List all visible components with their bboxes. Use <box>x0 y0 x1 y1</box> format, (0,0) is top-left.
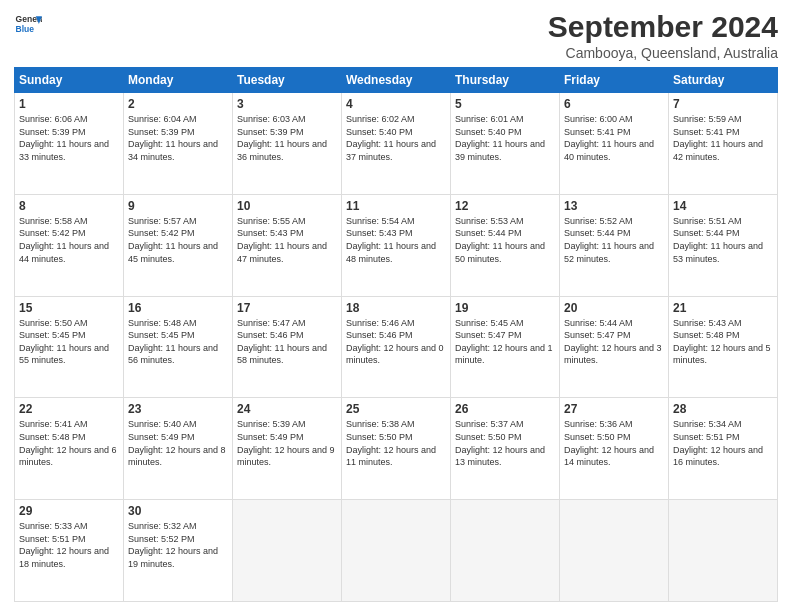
table-row: 18Sunrise: 5:46 AMSunset: 5:46 PMDayligh… <box>342 296 451 398</box>
table-row: 12Sunrise: 5:53 AMSunset: 5:44 PMDayligh… <box>451 194 560 296</box>
table-row: 7Sunrise: 5:59 AMSunset: 5:41 PMDaylight… <box>669 93 778 195</box>
table-row: 2Sunrise: 6:04 AMSunset: 5:39 PMDaylight… <box>124 93 233 195</box>
title-block: September 2024 Cambooya, Queensland, Aus… <box>548 10 778 61</box>
col-monday: Monday <box>124 68 233 93</box>
table-row: 23Sunrise: 5:40 AMSunset: 5:49 PMDayligh… <box>124 398 233 500</box>
table-row: 29Sunrise: 5:33 AMSunset: 5:51 PMDayligh… <box>15 500 124 602</box>
table-row: 17Sunrise: 5:47 AMSunset: 5:46 PMDayligh… <box>233 296 342 398</box>
logo-icon: General Blue <box>14 10 42 38</box>
table-row <box>669 500 778 602</box>
calendar-week-3: 22Sunrise: 5:41 AMSunset: 5:48 PMDayligh… <box>15 398 778 500</box>
col-friday: Friday <box>560 68 669 93</box>
table-row: 20Sunrise: 5:44 AMSunset: 5:47 PMDayligh… <box>560 296 669 398</box>
calendar-table: Sunday Monday Tuesday Wednesday Thursday… <box>14 67 778 602</box>
header: General Blue September 2024 Cambooya, Qu… <box>14 10 778 61</box>
table-row: 16Sunrise: 5:48 AMSunset: 5:45 PMDayligh… <box>124 296 233 398</box>
table-row <box>342 500 451 602</box>
table-row: 5Sunrise: 6:01 AMSunset: 5:40 PMDaylight… <box>451 93 560 195</box>
table-row: 25Sunrise: 5:38 AMSunset: 5:50 PMDayligh… <box>342 398 451 500</box>
table-row: 22Sunrise: 5:41 AMSunset: 5:48 PMDayligh… <box>15 398 124 500</box>
table-row: 1Sunrise: 6:06 AMSunset: 5:39 PMDaylight… <box>15 93 124 195</box>
calendar-week-2: 15Sunrise: 5:50 AMSunset: 5:45 PMDayligh… <box>15 296 778 398</box>
table-row: 28Sunrise: 5:34 AMSunset: 5:51 PMDayligh… <box>669 398 778 500</box>
table-row: 15Sunrise: 5:50 AMSunset: 5:45 PMDayligh… <box>15 296 124 398</box>
calendar-week-4: 29Sunrise: 5:33 AMSunset: 5:51 PMDayligh… <box>15 500 778 602</box>
table-row: 4Sunrise: 6:02 AMSunset: 5:40 PMDaylight… <box>342 93 451 195</box>
col-tuesday: Tuesday <box>233 68 342 93</box>
table-row: 30Sunrise: 5:32 AMSunset: 5:52 PMDayligh… <box>124 500 233 602</box>
table-row: 3Sunrise: 6:03 AMSunset: 5:39 PMDaylight… <box>233 93 342 195</box>
table-row: 9Sunrise: 5:57 AMSunset: 5:42 PMDaylight… <box>124 194 233 296</box>
table-row <box>451 500 560 602</box>
table-row: 10Sunrise: 5:55 AMSunset: 5:43 PMDayligh… <box>233 194 342 296</box>
calendar-week-1: 8Sunrise: 5:58 AMSunset: 5:42 PMDaylight… <box>15 194 778 296</box>
col-wednesday: Wednesday <box>342 68 451 93</box>
col-sunday: Sunday <box>15 68 124 93</box>
table-row: 21Sunrise: 5:43 AMSunset: 5:48 PMDayligh… <box>669 296 778 398</box>
subtitle: Cambooya, Queensland, Australia <box>548 45 778 61</box>
table-row: 26Sunrise: 5:37 AMSunset: 5:50 PMDayligh… <box>451 398 560 500</box>
table-row: 8Sunrise: 5:58 AMSunset: 5:42 PMDaylight… <box>15 194 124 296</box>
table-row: 6Sunrise: 6:00 AMSunset: 5:41 PMDaylight… <box>560 93 669 195</box>
main-title: September 2024 <box>548 10 778 43</box>
table-row: 11Sunrise: 5:54 AMSunset: 5:43 PMDayligh… <box>342 194 451 296</box>
table-row: 19Sunrise: 5:45 AMSunset: 5:47 PMDayligh… <box>451 296 560 398</box>
table-row: 14Sunrise: 5:51 AMSunset: 5:44 PMDayligh… <box>669 194 778 296</box>
svg-text:Blue: Blue <box>16 24 35 34</box>
page: General Blue September 2024 Cambooya, Qu… <box>0 0 792 612</box>
table-row: 24Sunrise: 5:39 AMSunset: 5:49 PMDayligh… <box>233 398 342 500</box>
table-row <box>233 500 342 602</box>
table-row <box>560 500 669 602</box>
logo: General Blue <box>14 10 42 38</box>
col-saturday: Saturday <box>669 68 778 93</box>
table-row: 13Sunrise: 5:52 AMSunset: 5:44 PMDayligh… <box>560 194 669 296</box>
col-thursday: Thursday <box>451 68 560 93</box>
table-row: 27Sunrise: 5:36 AMSunset: 5:50 PMDayligh… <box>560 398 669 500</box>
calendar-header-row: Sunday Monday Tuesday Wednesday Thursday… <box>15 68 778 93</box>
calendar-week-0: 1Sunrise: 6:06 AMSunset: 5:39 PMDaylight… <box>15 93 778 195</box>
